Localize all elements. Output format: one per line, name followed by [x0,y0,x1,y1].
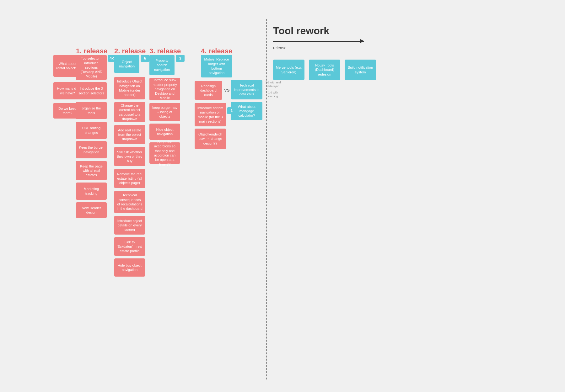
card-new-header[interactable]: New Header design [76,202,107,218]
card-remove-listing[interactable]: Remove the real estate listing (all obje… [114,169,145,188]
card-change-carousel[interactable]: Change the current object caroussel to a… [114,102,145,122]
badge-1: 1 [227,107,236,114]
card-introduce-obj-details[interactable]: Introduce object details on every screen [114,216,145,235]
card-top-selector[interactable]: Top selector - introduce sections (Deskt… [76,55,107,80]
tool-rework-title: Tool rework [273,25,329,37]
card-3-section[interactable]: Introduce the 3 section selectors [76,82,107,99]
card-sub-header-property[interactable]: Introduce sub-header property navigation… [149,78,180,100]
badge-3: 3 [176,55,185,62]
dashed-divider [266,19,267,379]
section-title-2: 2. release [114,47,146,55]
card-build-notification[interactable]: Build notification system [345,60,376,80]
card-hide-object-nav[interactable]: Hide object navigation [149,124,180,140]
section-title-3: 3. release [149,47,181,55]
card-technical-consequences[interactable]: Technical consequences of recalculations… [114,191,145,213]
card-burger-nav[interactable]: Keep the burger navigation [76,141,107,158]
tool-rework-arrow [273,41,364,42]
card-property-search-nav[interactable]: Property search navigation [149,55,175,75]
card-all-real-estates[interactable]: Keep the page with all real estates [76,161,107,180]
card-introduce-obj-nav-mobile[interactable]: Introduce Object navigation on Mobile (u… [114,77,145,99]
section-title-1: 1. release [76,47,107,55]
card-technical-data-calls[interactable]: Technical improvements to data calls [231,80,262,99]
card-object-navigation[interactable]: Object navigation [114,55,139,73]
card-still-ask[interactable]: Still ask whether they own or they buy [114,147,145,166]
card-keep-burger-listing[interactable]: keep burger nav - listing of objects [149,103,180,121]
section-title-4: 4. release [201,47,232,55]
note-data-sync: 3-5 with real data sync [264,81,282,88]
card-merge-tools[interactable]: Merge tools (e.g: Sanieren) [273,60,304,80]
card-redesign-dashboard[interactable]: Redesign dashboard cards [195,81,222,100]
board: Tool rework release 1. release 2. releas… [0,0,565,392]
note-caching: 1-2 with caching [264,91,282,98]
card-houzy-tools[interactable]: Houzy Tools (Dashboard) redesign [309,60,340,80]
card-adapt-accordions[interactable]: Adapt the accordions so that only one ac… [149,142,180,164]
vs-label: VS [224,88,229,93]
card-bottom-nav-mobile[interactable]: Introduce bottom navigation on mobile (f… [195,103,226,126]
card-mobile-replace-burger[interactable]: Mobile: Replace burger with bottom navig… [201,55,232,77]
card-url-routing[interactable]: URL routing changes [76,122,107,139]
card-hide-buy-obj[interactable]: Hide buy object navigation [114,258,145,277]
card-organise-tools[interactable]: organise the tools [76,102,107,119]
card-add-real-estate[interactable]: Add real estate from the object dropdown [114,125,145,144]
card-link-eckdaten[interactable]: Link to 'Eckdaten' = real estate profile [114,237,145,256]
badge-6: 6 [141,55,149,62]
card-objectvergleich[interactable]: Objectvergleich usw. → change design?? [195,129,226,149]
release-label: release [273,45,287,50]
card-marketing-tracking[interactable]: Marketing tracking [76,183,107,200]
